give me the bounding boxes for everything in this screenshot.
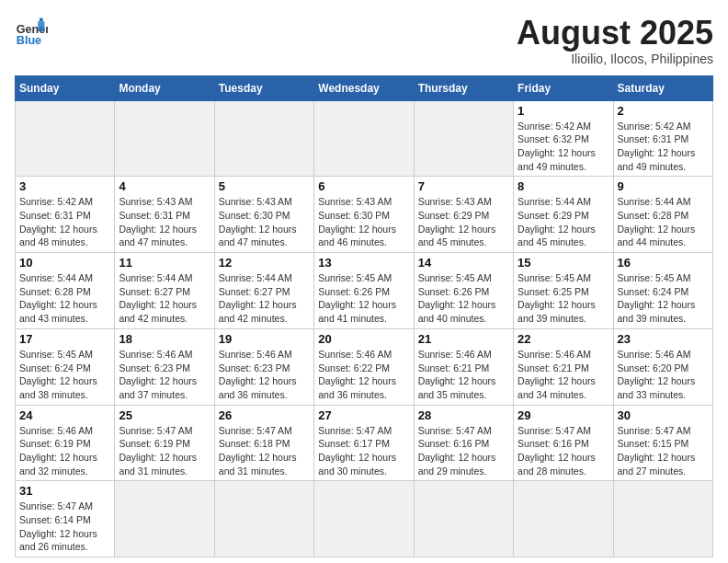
day-info: Sunrise: 5:46 AM Sunset: 6:21 PM Dayligh…: [418, 348, 509, 402]
day-cell: [314, 481, 414, 557]
day-info: Sunrise: 5:44 AM Sunset: 6:28 PM Dayligh…: [19, 271, 110, 326]
day-info: Sunrise: 5:42 AM Sunset: 6:31 PM Dayligh…: [19, 195, 110, 249]
day-cell: 12Sunrise: 5:44 AM Sunset: 6:27 PM Dayli…: [214, 253, 313, 329]
day-cell: 22Sunrise: 5:46 AM Sunset: 6:21 PM Dayli…: [514, 328, 613, 405]
day-info: Sunrise: 5:45 AM Sunset: 6:26 PM Dayligh…: [318, 271, 409, 326]
day-info: Sunrise: 5:47 AM Sunset: 6:17 PM Dayligh…: [318, 424, 409, 478]
day-info: Sunrise: 5:43 AM Sunset: 6:30 PM Dayligh…: [318, 195, 409, 249]
weekday-header-thursday: Thursday: [414, 75, 513, 100]
day-number: 7: [418, 179, 509, 193]
day-number: 22: [518, 332, 609, 346]
logo: General Blue: [15, 15, 48, 48]
day-cell: 3Sunrise: 5:42 AM Sunset: 6:31 PM Daylig…: [16, 177, 115, 253]
day-cell: 21Sunrise: 5:46 AM Sunset: 6:21 PM Dayli…: [414, 328, 513, 405]
day-info: Sunrise: 5:45 AM Sunset: 6:26 PM Dayligh…: [418, 271, 509, 326]
day-number: 29: [518, 408, 609, 422]
day-cell: [214, 481, 313, 557]
day-number: 31: [19, 484, 110, 498]
day-number: 19: [219, 332, 310, 346]
week-row-3: 10Sunrise: 5:44 AM Sunset: 6:28 PM Dayli…: [16, 253, 713, 329]
day-cell: [414, 481, 513, 557]
day-cell: 19Sunrise: 5:46 AM Sunset: 6:23 PM Dayli…: [214, 328, 313, 405]
day-cell: [414, 100, 513, 177]
day-info: Sunrise: 5:47 AM Sunset: 6:19 PM Dayligh…: [119, 424, 210, 478]
day-info: Sunrise: 5:44 AM Sunset: 6:27 PM Dayligh…: [119, 271, 210, 326]
day-cell: [214, 100, 313, 177]
day-info: Sunrise: 5:47 AM Sunset: 6:14 PM Dayligh…: [19, 500, 110, 554]
day-info: Sunrise: 5:43 AM Sunset: 6:29 PM Dayligh…: [418, 195, 509, 249]
day-cell: [16, 100, 115, 177]
day-info: Sunrise: 5:46 AM Sunset: 6:20 PM Dayligh…: [618, 348, 709, 402]
day-cell: [314, 100, 414, 177]
day-number: 9: [618, 179, 709, 193]
day-info: Sunrise: 5:44 AM Sunset: 6:29 PM Dayligh…: [518, 195, 609, 249]
day-number: 27: [318, 408, 409, 422]
day-number: 2: [618, 104, 709, 118]
day-number: 17: [19, 332, 110, 346]
day-cell: 29Sunrise: 5:47 AM Sunset: 6:16 PM Dayli…: [514, 405, 613, 481]
svg-marker-3: [40, 18, 43, 22]
day-cell: 10Sunrise: 5:44 AM Sunset: 6:28 PM Dayli…: [16, 253, 115, 329]
svg-text:Blue: Blue: [17, 34, 41, 47]
day-info: Sunrise: 5:46 AM Sunset: 6:21 PM Dayligh…: [518, 348, 609, 402]
day-cell: 27Sunrise: 5:47 AM Sunset: 6:17 PM Dayli…: [314, 405, 414, 481]
day-info: Sunrise: 5:46 AM Sunset: 6:22 PM Dayligh…: [318, 348, 409, 402]
day-cell: 26Sunrise: 5:47 AM Sunset: 6:18 PM Dayli…: [214, 405, 313, 481]
day-number: 13: [318, 256, 409, 270]
day-number: 20: [318, 332, 409, 346]
week-row-2: 3Sunrise: 5:42 AM Sunset: 6:31 PM Daylig…: [16, 177, 713, 253]
day-cell: 13Sunrise: 5:45 AM Sunset: 6:26 PM Dayli…: [314, 253, 414, 329]
day-number: 24: [19, 408, 110, 422]
day-cell: 2Sunrise: 5:42 AM Sunset: 6:31 PM Daylig…: [613, 100, 712, 177]
logo-icon: General Blue: [15, 15, 48, 48]
day-cell: 18Sunrise: 5:46 AM Sunset: 6:23 PM Dayli…: [115, 328, 214, 405]
day-info: Sunrise: 5:47 AM Sunset: 6:15 PM Dayligh…: [618, 424, 709, 478]
day-cell: 8Sunrise: 5:44 AM Sunset: 6:29 PM Daylig…: [514, 177, 613, 253]
day-cell: 20Sunrise: 5:46 AM Sunset: 6:22 PM Dayli…: [314, 328, 414, 405]
day-number: 1: [518, 104, 609, 118]
day-info: Sunrise: 5:46 AM Sunset: 6:19 PM Dayligh…: [19, 424, 110, 478]
day-info: Sunrise: 5:42 AM Sunset: 6:31 PM Dayligh…: [618, 120, 709, 174]
day-cell: 25Sunrise: 5:47 AM Sunset: 6:19 PM Dayli…: [115, 405, 214, 481]
day-number: 11: [119, 256, 210, 270]
day-number: 18: [119, 332, 210, 346]
day-info: Sunrise: 5:43 AM Sunset: 6:31 PM Dayligh…: [119, 195, 210, 249]
day-cell: 24Sunrise: 5:46 AM Sunset: 6:19 PM Dayli…: [16, 405, 115, 481]
day-number: 3: [19, 179, 110, 193]
day-number: 15: [518, 256, 609, 270]
day-info: Sunrise: 5:47 AM Sunset: 6:16 PM Dayligh…: [418, 424, 509, 478]
header: General Blue August 2025 Ilioilio, Iloco…: [15, 15, 713, 66]
day-cell: 6Sunrise: 5:43 AM Sunset: 6:30 PM Daylig…: [314, 177, 414, 253]
day-cell: 15Sunrise: 5:45 AM Sunset: 6:25 PM Dayli…: [514, 253, 613, 329]
day-info: Sunrise: 5:46 AM Sunset: 6:23 PM Dayligh…: [119, 348, 210, 402]
week-row-1: 1Sunrise: 5:42 AM Sunset: 6:32 PM Daylig…: [16, 100, 713, 177]
day-cell: 11Sunrise: 5:44 AM Sunset: 6:27 PM Dayli…: [115, 253, 214, 329]
day-cell: [115, 100, 214, 177]
day-cell: 16Sunrise: 5:45 AM Sunset: 6:24 PM Dayli…: [613, 253, 712, 329]
weekday-header-sunday: Sunday: [16, 75, 115, 100]
weekday-header-saturday: Saturday: [613, 75, 712, 100]
day-info: Sunrise: 5:45 AM Sunset: 6:24 PM Dayligh…: [19, 348, 110, 402]
day-info: Sunrise: 5:44 AM Sunset: 6:28 PM Dayligh…: [618, 195, 709, 249]
weekday-header-row: SundayMondayTuesdayWednesdayThursdayFrid…: [16, 75, 713, 100]
day-number: 10: [19, 256, 110, 270]
day-info: Sunrise: 5:43 AM Sunset: 6:30 PM Dayligh…: [219, 195, 310, 249]
day-number: 6: [318, 179, 409, 193]
day-number: 23: [618, 332, 709, 346]
day-info: Sunrise: 5:47 AM Sunset: 6:16 PM Dayligh…: [518, 424, 609, 478]
day-info: Sunrise: 5:47 AM Sunset: 6:18 PM Dayligh…: [219, 424, 310, 478]
day-number: 4: [119, 179, 210, 193]
day-number: 12: [219, 256, 310, 270]
day-number: 25: [119, 408, 210, 422]
day-cell: [613, 481, 712, 557]
day-number: 16: [618, 256, 709, 270]
day-number: 30: [618, 408, 709, 422]
week-row-4: 17Sunrise: 5:45 AM Sunset: 6:24 PM Dayli…: [16, 328, 713, 405]
day-info: Sunrise: 5:44 AM Sunset: 6:27 PM Dayligh…: [219, 271, 310, 326]
day-cell: [115, 481, 214, 557]
day-cell: 30Sunrise: 5:47 AM Sunset: 6:15 PM Dayli…: [613, 405, 712, 481]
day-number: 8: [518, 179, 609, 193]
day-cell: [514, 481, 613, 557]
week-row-6: 31Sunrise: 5:47 AM Sunset: 6:14 PM Dayli…: [16, 481, 713, 557]
day-cell: 5Sunrise: 5:43 AM Sunset: 6:30 PM Daylig…: [214, 177, 313, 253]
